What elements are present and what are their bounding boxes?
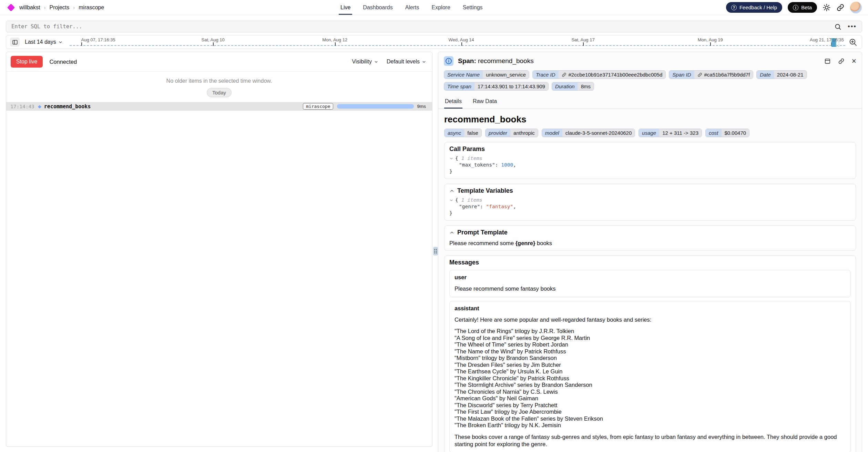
dock-panel-icon[interactable] — [824, 58, 831, 64]
book-line: "The Lord of the Rings" trilogy by J.R.R… — [455, 328, 846, 335]
sql-filter-bar: ••• — [6, 21, 862, 32]
timeline-tick — [583, 42, 584, 46]
trace-time: 17:14:43 — [10, 104, 34, 109]
span-panel-header: i Span: recommend_books × — [438, 52, 862, 69]
theme-toggle-icon[interactable] — [823, 3, 831, 12]
badge-label: Date — [757, 71, 774, 79]
top-nav: willbakst›Projects›mirascope LiveDashboa… — [0, 0, 868, 15]
breadcrumb-mirascope[interactable]: mirascope — [79, 4, 104, 11]
duration-label: 9ms — [417, 104, 426, 109]
badge-value: unknown_service — [483, 71, 529, 79]
collapse-json-icon[interactable] — [449, 157, 453, 161]
badge-value: 12 + 311 -> 323 — [659, 129, 702, 137]
message-user: userPlease recommend some fantasy books — [449, 270, 851, 297]
book-list: "The Lord of the Rings" trilogy by J.R.R… — [455, 328, 846, 429]
template-variables-card: Template Variables {1 items "genre": "fa… — [444, 184, 856, 221]
timeline-tick-label: Sat, Aug 17 — [571, 37, 594, 42]
book-line: "The Broken Earth" trilogy by N.K. Jemis… — [455, 422, 846, 429]
nav-tab-settings[interactable]: Settings — [463, 0, 483, 15]
chevron-down-icon — [374, 60, 378, 64]
app-window: willbakst›Projects›mirascope LiveDashboa… — [0, 0, 868, 452]
close-icon[interactable]: × — [852, 57, 856, 65]
span-tab-raw-data[interactable]: Raw Data — [472, 95, 498, 108]
default-levels-dropdown[interactable]: Default levels — [387, 59, 426, 65]
messages-title: Messages — [449, 259, 851, 266]
book-line: "Mistborn" trilogy by Brandon Sanderson — [455, 355, 846, 362]
sql-filter-input[interactable] — [11, 23, 834, 30]
question-icon: ? — [731, 5, 737, 10]
span-tabs: DetailsRaw Data — [438, 95, 862, 109]
nav-tabs: LiveDashboardsAlertsExploreSettings — [340, 0, 483, 15]
badge-value: 2024-08-21 — [774, 71, 807, 79]
timeline-tick — [335, 42, 336, 46]
nav-tab-dashboards[interactable]: Dashboards — [363, 0, 392, 15]
prompt-template-title[interactable]: Prompt Template — [449, 229, 851, 236]
timeline-tick — [710, 42, 711, 46]
copy-link-icon[interactable] — [838, 58, 845, 64]
trace-row[interactable]: 17:14:43◆recommend_booksmirascope9ms — [6, 102, 432, 111]
sidebar-toggle-icon[interactable] — [10, 38, 20, 47]
message-text: These books cover a range of fantasy sub… — [455, 433, 846, 448]
stop-live-button[interactable]: Stop live — [11, 56, 43, 68]
collapse-json-icon[interactable] — [449, 198, 453, 202]
badge-date: Date2024-08-21 — [756, 70, 807, 79]
breadcrumb: willbakst›Projects›mirascope — [19, 4, 104, 11]
zoom-in-icon[interactable] — [849, 38, 857, 47]
user-avatar[interactable] — [850, 2, 862, 13]
badge-duration: Duration8ms — [552, 82, 594, 91]
breadcrumb-willbakst[interactable]: willbakst — [19, 4, 40, 11]
prompt-template-card: Prompt Template Please recommend some {g… — [444, 225, 856, 251]
message-role: user — [455, 274, 846, 281]
chevron-up-icon — [449, 188, 455, 193]
timeline-tick-label: Sat, Aug 10 — [202, 37, 225, 42]
feedback-help-button[interactable]: ? Feedback / Help — [726, 2, 782, 13]
badge-value: #2ccbe10b91e371741b00eee2bdbc005d — [559, 71, 666, 79]
time-range-select[interactable]: Last 14 days — [25, 39, 63, 45]
connection-status: Connected — [49, 59, 77, 65]
badge-value: 17:14:43.901 to 17:14:43.909 — [474, 82, 548, 90]
link-icon[interactable] — [562, 72, 566, 77]
span-meta-badges: Service Nameunknown_serviceTrace ID#2ccb… — [438, 69, 862, 95]
panel-resize-handle[interactable] — [433, 247, 438, 255]
badge-span-id: Span ID#ca51b6a7f5b9dd7f — [669, 70, 753, 79]
badge-value: #ca51b6a7f5b9dd7f — [694, 71, 753, 79]
brand-logo-icon[interactable] — [7, 3, 15, 11]
chevron-up-icon — [449, 230, 455, 235]
live-panel: Stop live Connected Visibility Default l… — [6, 52, 432, 447]
nav-tab-explore[interactable]: Explore — [432, 0, 450, 15]
time-range-label: Last 14 days — [25, 39, 56, 45]
more-options-icon[interactable]: ••• — [848, 23, 857, 30]
badge-value: false — [464, 129, 481, 137]
badge-cost: cost$0.00470 — [705, 129, 749, 137]
link-icon[interactable] — [697, 72, 702, 77]
duration-bar — [337, 104, 414, 109]
share-link-icon[interactable] — [836, 3, 845, 12]
badge-label: model — [542, 129, 562, 137]
badge-label: async — [445, 129, 464, 137]
timeline-tick-label: Mon, Aug 19 — [698, 37, 723, 42]
span-diamond-icon: ◆ — [38, 104, 41, 109]
template-variables-title[interactable]: Template Variables — [449, 187, 851, 194]
span-details: recommend_books asyncfalseprovideranthro… — [438, 109, 862, 452]
call-params-title: Call Params — [449, 145, 851, 153]
prompt-template-text: Please recommend some {genre} books — [449, 240, 851, 247]
breadcrumb-projects[interactable]: Projects — [49, 4, 69, 11]
badge-value: $0.00470 — [722, 129, 749, 137]
nav-tab-live[interactable]: Live — [340, 0, 350, 15]
badge-label: Span ID — [669, 71, 694, 79]
badge-value: 8ms — [578, 82, 594, 90]
main-split: Stop live Connected Visibility Default l… — [6, 52, 862, 452]
timeline-track[interactable]: Aug 07, 17:16:35Sat, Aug 10Mon, Aug 12We… — [70, 36, 845, 49]
beta-button[interactable]: i Beta — [788, 2, 817, 13]
badge-model: modelclaude-3-5-sonnet-20240620 — [542, 129, 635, 137]
nav-tab-alerts[interactable]: Alerts — [405, 0, 419, 15]
badge-provider: provideranthropic — [485, 129, 538, 137]
breadcrumb-separator: › — [44, 4, 45, 10]
span-tab-details[interactable]: Details — [444, 95, 462, 108]
visibility-dropdown[interactable]: Visibility — [352, 59, 378, 65]
book-line: "The First Law" trilogy by Joe Abercromb… — [455, 409, 846, 415]
badge-label: provider — [486, 129, 510, 137]
search-icon[interactable] — [834, 23, 841, 30]
span-info-icon: i — [444, 56, 453, 66]
book-line: "The Earthsea Cycle" by Ursula K. Le Gui… — [455, 368, 846, 375]
